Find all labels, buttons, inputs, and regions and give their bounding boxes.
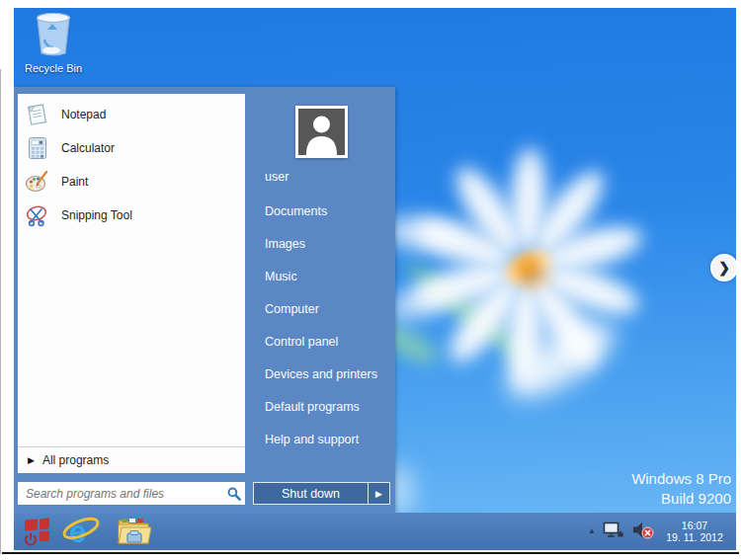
triangle-right-icon: ▶	[28, 456, 35, 465]
search-input[interactable]	[18, 487, 223, 501]
image-left-border	[0, 69, 1, 554]
start-menu: Notepad	[14, 87, 395, 513]
shutdown-button[interactable]: Shut down	[254, 483, 368, 504]
system-tray: ▲ 16:07	[588, 513, 732, 550]
start-menu-item-devices-and-printers[interactable]: Devices and printers	[265, 367, 377, 381]
start-menu-item-music[interactable]: Music	[265, 270, 297, 283]
chevron-right-icon: ❯	[718, 260, 730, 276]
clock-date: 19. 11. 2012	[661, 531, 728, 544]
taskbar-file-explorer[interactable]	[115, 516, 152, 547]
clock-time: 16:07	[661, 520, 728, 532]
watermark-build: Build 9200	[631, 489, 731, 509]
app-label: Calculator	[61, 141, 115, 155]
internet-explorer-icon: e	[60, 514, 102, 549]
calculator-icon	[25, 135, 50, 161]
notepad-icon	[25, 102, 50, 127]
recycle-bin-icon	[31, 10, 76, 57]
screenshot-page: Recycle Bin ❯ Windows 8 Pro Build 9200	[0, 0, 741, 560]
person-icon	[298, 109, 345, 155]
image-bottom-border	[2, 552, 739, 554]
taskbar-clock[interactable]: 16:07 19. 11. 2012	[661, 520, 732, 544]
start-menu-left-panel: Notepad	[18, 94, 245, 473]
recycle-bin-shortcut[interactable]: Recycle Bin	[18, 10, 89, 74]
shutdown-split-button: Shut down ▶	[253, 482, 390, 505]
start-menu-item-documents[interactable]: Documents	[265, 204, 327, 218]
file-explorer-icon	[115, 516, 152, 547]
snipping-tool-icon	[25, 202, 50, 228]
app-label: Paint	[61, 175, 88, 189]
triangle-right-icon: ▶	[375, 489, 382, 499]
taskbar-internet-explorer[interactable]: e	[60, 514, 102, 549]
start-menu-item-images[interactable]: Images	[265, 237, 305, 251]
network-tray-icon[interactable]	[603, 520, 624, 543]
start-menu-item-control-panel[interactable]: Control panel	[265, 335, 338, 349]
paint-icon	[25, 169, 50, 195]
app-label: Snipping Tool	[61, 208, 132, 222]
user-avatar[interactable]	[295, 106, 348, 158]
start-menu-item-snipping-tool[interactable]: Snipping Tool	[18, 199, 245, 232]
start-button[interactable]	[20, 516, 53, 547]
desktop-wallpaper: Recycle Bin ❯ Windows 8 Pro Build 9200	[14, 8, 736, 550]
start-menu-item-default-programs[interactable]: Default programs	[265, 400, 360, 414]
start-menu-item-notepad[interactable]: Notepad	[18, 98, 245, 131]
volume-muted-tray-icon[interactable]	[631, 520, 654, 543]
start-menu-item-calculator[interactable]: Calculator	[18, 131, 245, 165]
start-menu-item-help-and-support[interactable]: Help and support	[265, 433, 359, 446]
edge-chevron-button[interactable]: ❯	[710, 254, 736, 281]
build-watermark: Windows 8 Pro Build 9200	[631, 469, 731, 509]
all-programs-label: All programs	[42, 453, 109, 467]
start-menu-item-paint[interactable]: Paint	[18, 165, 245, 199]
taskbar: e ▲	[14, 513, 736, 550]
all-programs-button[interactable]: ▶ All programs	[18, 446, 245, 473]
user-name-label[interactable]: user	[265, 170, 288, 184]
watermark-edition: Windows 8 Pro	[631, 469, 731, 489]
start-logo-icon	[21, 517, 52, 547]
app-label: Notepad	[61, 108, 106, 121]
recycle-bin-label: Recycle Bin	[18, 62, 89, 74]
shutdown-options-button[interactable]: ▶	[369, 483, 389, 504]
start-menu-search	[18, 482, 245, 505]
start-menu-item-computer[interactable]: Computer	[265, 302, 319, 316]
search-icon[interactable]	[223, 487, 245, 501]
show-hidden-icons-button[interactable]: ▲	[588, 526, 596, 537]
